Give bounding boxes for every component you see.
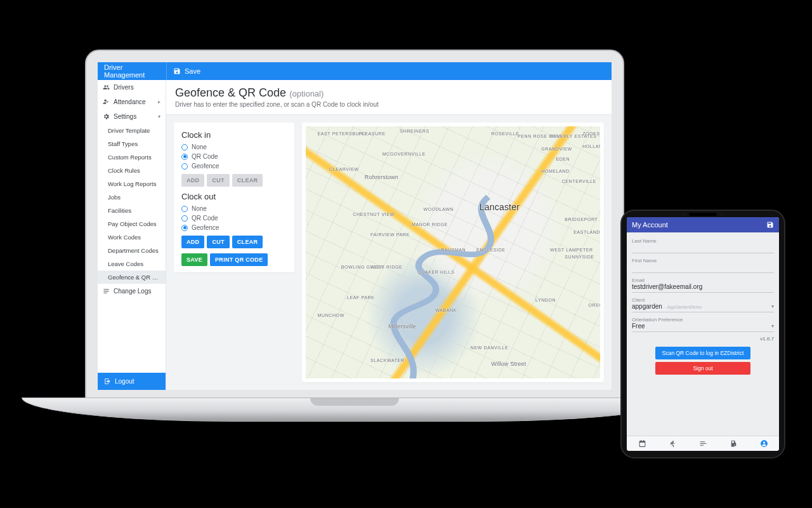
gear-icon: [103, 113, 110, 120]
save-icon[interactable]: [766, 221, 774, 229]
walk-icon: [669, 439, 677, 448]
map-label-roseville: ROSEVILLE: [491, 131, 519, 136]
sidebar-sub-custom-reports[interactable]: Custom Reports: [98, 150, 166, 164]
orientation-field[interactable]: Orientation Preference Free ▾: [632, 314, 774, 332]
clock-out-option-geofence[interactable]: Geofence: [181, 223, 287, 232]
map-label-shreiners: SHREINERS: [400, 129, 429, 133]
tablet-camera-icon: [689, 213, 717, 216]
sidebar-sub-facilities[interactable]: Facilities: [98, 204, 166, 217]
logout-icon: [104, 378, 111, 385]
map-label-west-ridge: WEST RIDGE: [370, 265, 402, 269]
map-label-bausman: BAUSMAN: [441, 248, 466, 252]
list-icon: [699, 439, 707, 448]
clock-in-option-geofence[interactable]: Geofence: [181, 161, 287, 171]
clockin-cut-button: CUT: [207, 174, 229, 187]
clock-controls-panel: Clock in NoneQR CodeGeofence ADD CUT CLE…: [174, 123, 294, 272]
radio-icon: [181, 154, 188, 160]
map-label-slackwater: SLACKWATER: [370, 358, 404, 363]
sidebar-item-drivers[interactable]: Drivers: [98, 80, 166, 95]
map-label-engleside: ENGLESIDE: [476, 248, 505, 252]
sidebar-sub-jobs[interactable]: Jobs: [98, 190, 166, 204]
tab-routes[interactable]: [627, 436, 657, 451]
clockout-add-button[interactable]: ADD: [181, 236, 204, 248]
radio-icon: [181, 144, 188, 150]
sidebar-sub-leave-codes[interactable]: Leave Codes: [98, 257, 166, 271]
tab-fuel[interactable]: [718, 436, 749, 451]
app-title: Driver Management: [98, 62, 166, 80]
sidebar-sub-work-codes[interactable]: Work Codes: [98, 231, 166, 244]
clock-out-option-none[interactable]: None: [181, 204, 287, 213]
sidebar: Drivers Attendance ▸ Settings ▾ Driver T…: [98, 80, 166, 390]
last-name-field[interactable]: Last Name: [632, 235, 774, 253]
map-label-bridgeport: BRIDGEPORT: [565, 217, 598, 222]
map-label-leaf-park: LEAF PARK: [347, 295, 374, 300]
clockin-clear-button: CLEAR: [232, 174, 263, 187]
map-label-west-lampeter: WEST LAMPETER: [550, 248, 593, 252]
map-label-manor-ridge: MANOR RIDGE: [412, 222, 448, 227]
map-label-new-danville: NEW DANVILLE: [471, 345, 508, 350]
save-button-panel[interactable]: SAVE: [181, 253, 207, 266]
clock-out-option-qr-code[interactable]: QR Code: [181, 213, 287, 223]
map-canvas[interactable]: Lancaster Millersville Rohrerstown Willo…: [306, 126, 600, 378]
map-label-centerville: CENTERVILLE: [562, 179, 596, 184]
sidebar-sub-work-log-reports[interactable]: Work Log Reports: [98, 177, 166, 190]
map-label-willow-street: Willow Street: [491, 361, 526, 367]
tablet-device: My Account Last Name First Name Email te…: [620, 210, 785, 458]
map-label-grandview: GRANDVIEW: [541, 147, 572, 151]
page-title: Geofence & QR Code (optional): [175, 86, 324, 99]
sidebar-sub-staff-types[interactable]: Staff Types: [98, 137, 166, 150]
sign-out-button[interactable]: Sign out: [655, 362, 750, 375]
map-label-eden: EDEN: [556, 157, 570, 161]
sidebar-sub-geofence-qr-code[interactable]: Geofence & QR Code: [98, 271, 166, 284]
desktop-app: Driver Management Save Drivers Attendanc…: [98, 62, 612, 390]
map-label-rohrerstown: Rohrerstown: [365, 174, 398, 180]
clock-in-heading: Clock in: [181, 130, 287, 140]
chevron-right-icon: ▸: [158, 99, 160, 105]
sidebar-sub-department-codes[interactable]: Department Codes: [98, 244, 166, 257]
change-logs-icon: [103, 288, 110, 295]
map-label-chestnut-view: CHESTNUT VIEW: [353, 212, 395, 217]
tab-account[interactable]: [749, 436, 779, 451]
fuel-icon: [730, 439, 738, 448]
map-panel: Lancaster Millersville Rohrerstown Willo…: [302, 123, 604, 382]
map-label-zooks-corner: ZOOKS CORNER: [582, 131, 600, 136]
save-icon: [173, 67, 181, 75]
scan-qr-button[interactable]: Scan QR Code to log in EZDistrict: [655, 347, 750, 359]
map-label-homeland: HOMELAND: [541, 169, 569, 173]
sidebar-item-change-logs[interactable]: Change Logs: [98, 284, 166, 298]
sidebar-sub-clock-rules[interactable]: Clock Rules: [98, 164, 166, 177]
river-graphic: [306, 126, 600, 378]
map-label-quaker-hills: QUAKER HILLS: [417, 270, 454, 274]
client-field[interactable]: Client appgarden- AppGardenDemo ▾: [632, 294, 774, 312]
clock-in-option-none[interactable]: None: [181, 142, 287, 152]
clockout-clear-button[interactable]: CLEAR: [232, 236, 263, 248]
page-subtitle: Driver has to enter the specified zone, …: [175, 101, 603, 108]
laptop-device: Driver Management Save Drivers Attendanc…: [22, 50, 688, 432]
logout-button[interactable]: Logout: [98, 373, 166, 390]
sidebar-sub-driver-template[interactable]: Driver Template: [98, 124, 166, 137]
clock-in-option-qr-code[interactable]: QR Code: [181, 152, 287, 161]
sidebar-item-attendance[interactable]: Attendance ▸: [98, 95, 166, 109]
map-label-wabank: WABANK: [435, 308, 457, 312]
map-label-sunnyside: SUNNYSIDE: [565, 255, 594, 259]
sidebar-item-settings[interactable]: Settings ▾: [98, 109, 166, 124]
map-label-fairview-park: FAIRVIEW PARK: [370, 232, 410, 237]
save-button[interactable]: Save: [166, 62, 612, 80]
map-label-millersville: Millersville: [388, 323, 416, 330]
radio-icon: [181, 206, 188, 212]
chevron-down-icon: ▾: [158, 114, 160, 119]
first-name-field[interactable]: First Name: [632, 255, 774, 273]
map-label-clearview: CLEARVIEW: [329, 167, 359, 171]
tab-list[interactable]: [688, 436, 718, 451]
email-field[interactable]: Email testdriver@fakeemail.org: [632, 274, 774, 293]
radio-icon: [181, 215, 188, 222]
sidebar-sub-pay-object-codes[interactable]: Pay Object Codes: [98, 217, 166, 231]
radio-icon: [181, 225, 188, 231]
map-label-holland-heights: HOLLAND HEIGHTS: [582, 144, 600, 149]
map-label-munchow: MUNCHOW: [318, 313, 344, 318]
tab-walk[interactable]: [657, 436, 688, 451]
print-qr-code-button[interactable]: PRINT QR CODE: [210, 253, 268, 266]
clockout-cut-button[interactable]: CUT: [207, 236, 229, 248]
clockin-add-button: ADD: [181, 174, 204, 187]
save-label: Save: [185, 67, 200, 75]
